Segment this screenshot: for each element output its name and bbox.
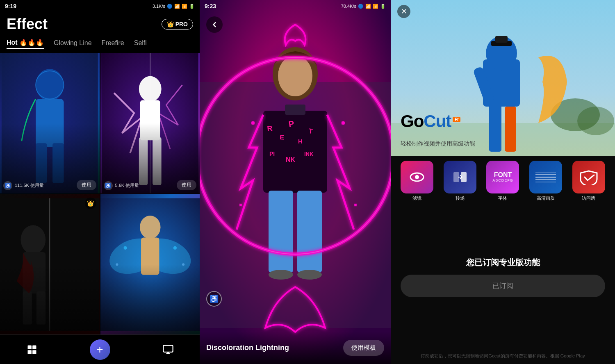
go-text: Go (401, 111, 424, 131)
svg-rect-47 (285, 105, 305, 115)
signal-icon: 📶 (174, 4, 180, 9)
network-speed-1: 3.1K/s (153, 4, 165, 9)
svg-text:R: R (267, 124, 273, 133)
bt-icon-2: 🔵 (358, 4, 364, 9)
gocut-subtitle: 轻松制作视频并使用高级功能 (401, 140, 475, 148)
effects-grid: ♿ 111.5K 使用量 使用 (0, 53, 200, 334)
tab-freefire[interactable]: Freefire (102, 39, 124, 48)
close-icon: ✕ (401, 7, 407, 16)
gocut-logo: GoCutPr (401, 111, 460, 131)
cut-text: Cut (424, 111, 451, 131)
battery-icon-2: 🔋 (380, 4, 386, 9)
effect-title: Effect (7, 16, 48, 33)
svg-text:NK: NK (286, 156, 296, 163)
use-button-2[interactable]: 使用 (177, 180, 196, 190)
add-icon: + (96, 344, 103, 355)
svg-rect-32 (32, 350, 36, 354)
gocut-bottom-note: 订阅成功后，您可以无限制地访问Gocut的所有付费功能和内容。根据 Google… (391, 348, 615, 364)
svg-rect-29 (27, 345, 31, 349)
tab-hot[interactable]: Hot 🔥🔥🔥 (7, 39, 44, 49)
svg-point-51 (297, 270, 322, 280)
feature-card-hd[interactable]: 高清画质 (526, 161, 566, 201)
svg-text:E: E (280, 134, 285, 141)
svg-rect-33 (163, 345, 173, 352)
nav-profile-icon[interactable] (162, 344, 174, 355)
svg-point-70 (415, 175, 419, 179)
feature-label-font: 字体 (498, 195, 507, 201)
subscribed-button[interactable]: 已订阅 (401, 275, 605, 297)
panel-effect: 9:19 3.1K/s 🔵 📶 📶 🔋 Effect 👑 PRO Hot 🔥🔥🔥… (0, 0, 200, 364)
nav-grid-icon[interactable] (26, 344, 38, 355)
nav-add-button[interactable]: + (90, 339, 110, 360)
subscription-title: 您已订阅专业版功能 (466, 257, 540, 268)
stats-text-1: 111.5K 使用量 (15, 182, 44, 189)
thumbnail-overlay-4 (100, 194, 200, 335)
svg-rect-49 (297, 191, 322, 273)
svg-point-57 (354, 204, 357, 206)
tab-selfi[interactable]: Selfi (134, 39, 147, 48)
feature-icon-access (572, 161, 605, 193)
wifi-icon-2: 📶 (373, 4, 378, 9)
svg-rect-48 (269, 191, 293, 273)
feature-icon-hd (529, 161, 562, 193)
subscription-section: 您已订阅专业版功能 已订阅 (391, 206, 615, 348)
crown-overlay: 👑 (85, 198, 96, 209)
feature-icon-lens (401, 161, 433, 193)
gocut-logo-text: GoCutPr (401, 111, 460, 131)
status-bar-1: 9:19 3.1K/s 🔵 📶 📶 🔋 (0, 0, 200, 12)
svg-point-61 (577, 107, 614, 135)
item-stats-2: ♿ 5.6K 使用量 (104, 181, 139, 190)
video-background: R E P H T PI NK INK (200, 0, 391, 364)
svg-text:H: H (298, 138, 303, 145)
svg-rect-63 (505, 107, 516, 152)
grid-item-2[interactable]: ♿ 5.6K 使用量 使用 (100, 53, 200, 193)
status-time-1: 9:19 (5, 3, 16, 9)
status-time-2: 9:23 (205, 3, 216, 9)
grid-item-1[interactable]: ♿ 111.5K 使用量 使用 (0, 53, 100, 193)
signal-icon-2: 📶 (365, 4, 371, 9)
video-bottom-controls: Discoloration Lightning 使用模板 (200, 332, 391, 364)
svg-rect-67 (495, 36, 508, 43)
font-display-text: FONT (492, 172, 513, 178)
crown-icon: 👑 (167, 21, 174, 27)
pro-badge[interactable]: 👑 PRO (162, 19, 193, 30)
bottom-nav: + (0, 334, 200, 364)
feature-icon-font: FONT ABCDEFG (486, 161, 519, 193)
battery-icon: 🔋 (189, 4, 195, 9)
feature-card-transit[interactable]: 转场 (440, 161, 480, 201)
tabs-row: Hot 🔥🔥🔥 Glowing Line Freefire Selfi (0, 36, 200, 53)
grid-item-4[interactable] (100, 194, 200, 335)
feature-card-access[interactable]: 访问所 (569, 161, 608, 201)
wifi-icon: 📶 (182, 4, 187, 9)
bluetooth-icon: 🔵 (167, 4, 173, 9)
font-display-sub: ABCDEFG (492, 178, 513, 182)
stats-text-2: 5.6K 使用量 (115, 182, 139, 189)
feature-label-hd: 高清画质 (537, 195, 555, 201)
svg-point-54 (251, 121, 255, 125)
gocut-hero: ✕ GoCutPr 轻松制作视频并使用高级功能 (391, 0, 615, 156)
feature-card-font[interactable]: FONT ABCDEFG 字体 (483, 161, 523, 201)
pr-badge: Pr (453, 117, 460, 122)
panel-gocut: ✕ GoCutPr 轻松制作视频并使用高级功能 滤镜 (391, 0, 615, 364)
item-stats-1: ♿ 111.5K 使用量 (3, 181, 44, 190)
tab-glowing-line[interactable]: Glowing Line (54, 39, 92, 48)
effect-header: Effect 👑 PRO (0, 12, 200, 36)
use-button-1[interactable]: 使用 (77, 180, 96, 190)
svg-point-56 (239, 204, 242, 206)
status-bar-2: 9:23 70.4K/s 🔵 📶 📶 🔋 (200, 0, 391, 12)
svg-rect-31 (27, 350, 31, 354)
video-effect-title: Discoloration Lightning (206, 344, 289, 352)
back-button[interactable] (206, 16, 223, 33)
accessibility-icon-1: ♿ (3, 181, 12, 190)
feature-icon-transit (444, 161, 476, 193)
svg-point-37 (278, 55, 312, 96)
grid-item-3[interactable]: 👑 (0, 194, 100, 335)
close-button[interactable]: ✕ (397, 5, 410, 18)
feature-label-transit: 转场 (456, 195, 465, 201)
feature-card-lens[interactable]: 滤镜 (397, 161, 437, 201)
video-accessibility-icon[interactable]: ♿ (206, 291, 222, 307)
svg-point-50 (269, 270, 293, 280)
pro-label: PRO (175, 21, 188, 27)
use-template-button[interactable]: 使用模板 (343, 340, 384, 356)
feature-label-access: 访问所 (582, 195, 595, 201)
